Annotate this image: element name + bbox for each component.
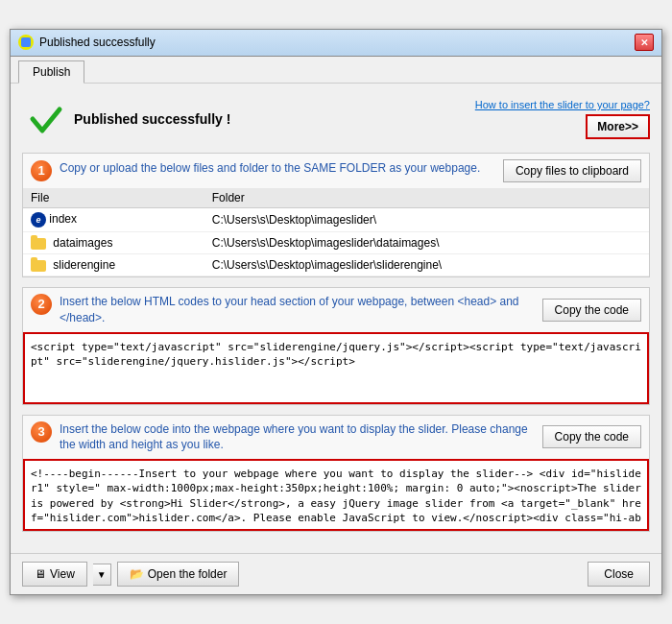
ie-icon: e <box>31 212 46 228</box>
step2-section: 2 Insert the below HTML codes to your he… <box>22 287 650 405</box>
close-icon[interactable]: ✕ <box>635 34 654 51</box>
step1-header: 1 Copy or upload the below files and fol… <box>23 154 649 188</box>
step3-description: Insert the below code into the webpage w… <box>60 421 542 454</box>
more-button[interactable]: More>> <box>586 114 650 139</box>
file-table: File Folder e index C:\Users\s\Desktop\i… <box>23 188 649 276</box>
main-content: Published successfully ! How to insert t… <box>11 84 661 553</box>
main-window: Published successfully ✕ Publish Publish… <box>10 29 662 595</box>
titlebar-left: Published successfully <box>18 35 156 50</box>
tab-publish[interactable]: Publish <box>18 60 84 84</box>
file-table-wrapper: File Folder e index C:\Users\s\Desktop\i… <box>23 188 649 276</box>
table-row: sliderengine C:\Users\s\Desktop\imagesli… <box>23 253 649 276</box>
svg-rect-0 <box>21 37 31 47</box>
checkmark-icon <box>22 95 70 143</box>
open-folder-label: Open the folder <box>148 567 228 581</box>
copy-code-button-3[interactable]: Copy the code <box>542 425 641 448</box>
titlebar: Published successfully ✕ <box>11 30 661 57</box>
open-folder-icon: 📂 <box>130 567 144 581</box>
step2-header-inner: 2 Insert the below HTML codes to your he… <box>31 294 542 326</box>
step3-number: 3 <box>31 421 52 443</box>
tab-bar: Publish <box>11 57 661 84</box>
step1-number: 1 <box>31 160 52 181</box>
file-cell: e index <box>23 207 204 231</box>
bottom-bar: 🖥 View ▼ 📂 Open the folder Close <box>11 553 661 594</box>
step2-header: 2 Insert the below HTML codes to your he… <box>23 288 649 332</box>
view-dropdown-button[interactable]: ▼ <box>93 564 111 586</box>
view-button[interactable]: 🖥 View <box>22 562 87 587</box>
step3-code[interactable]: <!----begin------Insert to your webpage … <box>23 459 649 531</box>
copy-files-button[interactable]: Copy files to clipboard <box>503 159 641 182</box>
folder-cell: C:\Users\s\Desktop\imageslider\ <box>204 207 649 231</box>
view-icon: 🖥 <box>35 567 46 581</box>
step1-header-inner: 1 Copy or upload the below files and fol… <box>31 160 503 181</box>
folder-icon <box>31 238 46 250</box>
folder-cell: C:\Users\s\Desktop\imageslider\dataimage… <box>204 231 649 253</box>
col-file: File <box>23 188 204 208</box>
step3-header-inner: 3 Insert the below code into the webpage… <box>31 421 542 454</box>
file-cell: sliderengine <box>23 253 204 276</box>
window-title: Published successfully <box>39 36 156 49</box>
success-links: How to insert the slider to your page? M… <box>475 99 650 139</box>
folder-icon <box>31 260 46 272</box>
table-row: e index C:\Users\s\Desktop\imageslider\ <box>23 207 649 231</box>
success-message: Published successfully ! <box>70 111 475 127</box>
view-label: View <box>50 567 75 581</box>
file-cell: dataimages <box>23 231 204 253</box>
help-link[interactable]: How to insert the slider to your page? <box>475 99 650 110</box>
folder-cell: C:\Users\s\Desktop\imageslider\slidereng… <box>204 253 649 276</box>
step2-description: Insert the below HTML codes to your head… <box>60 294 542 326</box>
file-name: dataimages <box>53 236 112 250</box>
file-name: index <box>49 212 77 226</box>
step1-description: Copy or upload the below files and folde… <box>60 160 503 177</box>
app-icon <box>18 35 34 50</box>
step3-header: 3 Insert the below code into the webpage… <box>23 416 649 460</box>
step1-section: 1 Copy or upload the below files and fol… <box>22 153 650 277</box>
close-button[interactable]: Close <box>588 562 650 587</box>
step2-number: 2 <box>31 294 52 315</box>
step3-section: 3 Insert the below code into the webpage… <box>22 415 650 533</box>
copy-code-button-2[interactable]: Copy the code <box>542 299 641 322</box>
table-row: dataimages C:\Users\s\Desktop\imageslide… <box>23 231 649 253</box>
success-row: Published successfully ! How to insert t… <box>22 95 650 143</box>
step2-code[interactable]: <script type="text/javascript" src="slid… <box>23 332 649 404</box>
open-folder-button[interactable]: 📂 Open the folder <box>117 562 240 587</box>
file-name: sliderengine <box>53 258 115 272</box>
col-folder: Folder <box>204 188 649 208</box>
